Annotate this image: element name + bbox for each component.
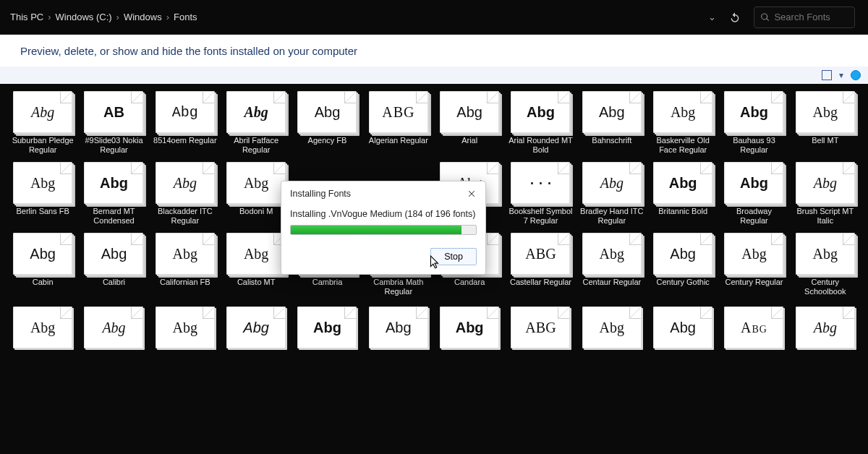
font-item[interactable]: AbgCentaur Regular (579, 233, 644, 296)
font-thumbnail[interactable]: ··· (511, 162, 570, 204)
font-thumbnail[interactable]: Abg (369, 307, 428, 348)
font-thumbnail[interactable]: Abg (440, 307, 499, 348)
crumb-drive[interactable]: Windows (C:) (56, 12, 112, 22)
font-item[interactable]: Abg (366, 307, 431, 348)
font-thumbnail[interactable]: Abg (297, 307, 357, 348)
font-item[interactable]: Abg (224, 307, 289, 348)
crumb-this-pc[interactable]: This PC (10, 12, 43, 22)
font-item[interactable]: Abg (294, 307, 359, 348)
font-item[interactable]: AbgAbril Fatface Regular (224, 91, 289, 155)
font-item[interactable]: AbgCentury Schoolbook (793, 233, 858, 296)
font-thumbnail[interactable]: Abg (13, 307, 72, 348)
font-item[interactable]: AbgCalisto MT (224, 233, 289, 296)
font-thumbnail[interactable]: Abg (724, 233, 783, 275)
font-item[interactable]: AbgBell MT (793, 91, 858, 155)
font-item[interactable]: AbgBodoni M (224, 162, 289, 226)
font-item[interactable]: AbgArial (437, 91, 502, 155)
font-thumbnail[interactable]: Abg (653, 91, 712, 133)
font-item[interactable]: AbgBlackadder ITC Regular (153, 162, 218, 226)
font-thumbnail[interactable]: Abg (226, 233, 286, 275)
font-thumbnail[interactable]: Abg (156, 162, 215, 204)
font-item[interactable]: AbgCentury Regular (721, 233, 786, 296)
font-item[interactable]: AbgCalibri (81, 233, 146, 296)
font-item[interactable]: AbgBaskerville Old Face Regular (650, 91, 715, 155)
font-thumbnail[interactable]: Abg (582, 91, 642, 133)
help-icon[interactable] (851, 70, 861, 80)
font-item[interactable]: AbgBradley Hand ITC Regular (579, 162, 644, 226)
font-item[interactable]: ABG (508, 307, 573, 348)
crumb-fonts[interactable]: Fonts (174, 12, 197, 22)
font-item[interactable]: AbgBernard MT Condensed (81, 162, 146, 226)
font-thumbnail[interactable]: AB (84, 91, 143, 133)
font-item[interactable]: Abg (81, 307, 146, 348)
font-thumbnail[interactable]: Abg (156, 233, 215, 275)
stop-button[interactable]: Stop (430, 248, 477, 265)
font-item[interactable]: Abg (650, 307, 715, 348)
font-thumbnail[interactable]: ABG (511, 233, 570, 275)
dog-ear-icon (273, 163, 285, 174)
font-thumbnail[interactable]: Abg (84, 307, 143, 348)
font-item[interactable]: AbgAgency FB (294, 91, 359, 155)
font-thumbnail[interactable]: Abg (724, 91, 783, 133)
font-item[interactable]: Abg (437, 307, 502, 348)
font-item[interactable]: Abg (10, 307, 75, 348)
font-thumbnail[interactable]: Abg (582, 162, 642, 204)
font-item[interactable]: Abg8514oem Regular (153, 91, 218, 155)
font-thumbnail[interactable]: Abg (226, 91, 286, 133)
font-thumbnail[interactable]: Abg (156, 307, 215, 348)
font-thumbnail[interactable]: Abg (653, 307, 712, 348)
font-thumbnail[interactable]: Abg (796, 162, 855, 204)
font-item[interactable]: AbgSuburban Pledge Regular (10, 91, 75, 155)
dog-ear-icon (203, 234, 214, 245)
font-item[interactable]: AbgBahnschrift (579, 91, 644, 155)
font-thumbnail[interactable]: Abg (13, 233, 72, 275)
font-thumbnail[interactable]: Abg (226, 162, 286, 204)
font-thumbnail[interactable]: Abg (511, 91, 570, 133)
font-item[interactable]: AbgCabin (10, 233, 75, 296)
font-item[interactable]: ···Bookshelf Symbol 7 Regular (508, 162, 573, 226)
layout-icon[interactable] (822, 70, 832, 80)
font-thumbnail[interactable]: ABG (369, 91, 428, 133)
font-thumbnail[interactable]: ABG (511, 307, 570, 348)
font-thumbnail[interactable]: Abg (653, 233, 712, 275)
font-item[interactable]: AbgArial Rounded MT Bold (508, 91, 573, 155)
crumb-windows[interactable]: Windows (124, 12, 162, 22)
font-item[interactable]: AbgBerlin Sans FB (10, 162, 75, 226)
font-item[interactable]: AbgBrush Script MT Italic (793, 162, 858, 226)
search-input[interactable] (774, 12, 848, 22)
font-thumbnail[interactable]: Abg (297, 91, 357, 133)
font-thumbnail[interactable]: Abg (226, 307, 286, 348)
font-item[interactable]: AbgCalifornian FB (153, 233, 218, 296)
search-box[interactable] (754, 7, 855, 28)
font-item[interactable]: AB#9Slide03 Nokia Regular (81, 91, 146, 155)
chevron-down-icon[interactable]: ⌄ (708, 12, 716, 22)
font-label: Bahnschrift (592, 136, 631, 155)
font-thumbnail[interactable]: Abg (156, 91, 215, 133)
font-thumbnail[interactable]: Abg (582, 307, 642, 348)
font-item[interactable]: Abg (153, 307, 218, 348)
font-thumbnail[interactable]: Abg (796, 233, 855, 275)
font-item[interactable]: ABGCastellar Regular (508, 233, 573, 296)
refresh-icon[interactable] (729, 12, 741, 23)
font-thumbnail[interactable]: Abg (796, 91, 855, 133)
font-item[interactable]: AbgBritannic Bold (650, 162, 715, 226)
font-item[interactable]: Abg (793, 307, 858, 348)
close-icon[interactable] (465, 187, 478, 200)
font-item[interactable]: ABGAlgerian Regular (366, 91, 431, 155)
font-thumbnail[interactable]: Abg (796, 307, 855, 348)
layout-dropdown-icon[interactable]: ▾ (839, 70, 843, 80)
font-thumbnail[interactable]: Abg (13, 91, 72, 133)
font-item[interactable]: AbgCentury Gothic (650, 233, 715, 296)
font-thumbnail[interactable]: Abg (724, 307, 783, 348)
font-item[interactable]: Abg (721, 307, 786, 348)
font-thumbnail[interactable]: Abg (13, 162, 72, 204)
font-thumbnail[interactable]: Abg (724, 162, 783, 204)
font-thumbnail[interactable]: Abg (84, 233, 143, 275)
font-thumbnail[interactable]: Abg (84, 162, 143, 204)
font-thumbnail[interactable]: Abg (653, 162, 712, 204)
font-thumbnail[interactable]: Abg (440, 91, 499, 133)
font-item[interactable]: AbgBroadway Regular (721, 162, 786, 226)
font-item[interactable]: AbgBauhaus 93 Regular (721, 91, 786, 155)
font-item[interactable]: Abg (579, 307, 644, 348)
font-thumbnail[interactable]: Abg (582, 233, 642, 275)
